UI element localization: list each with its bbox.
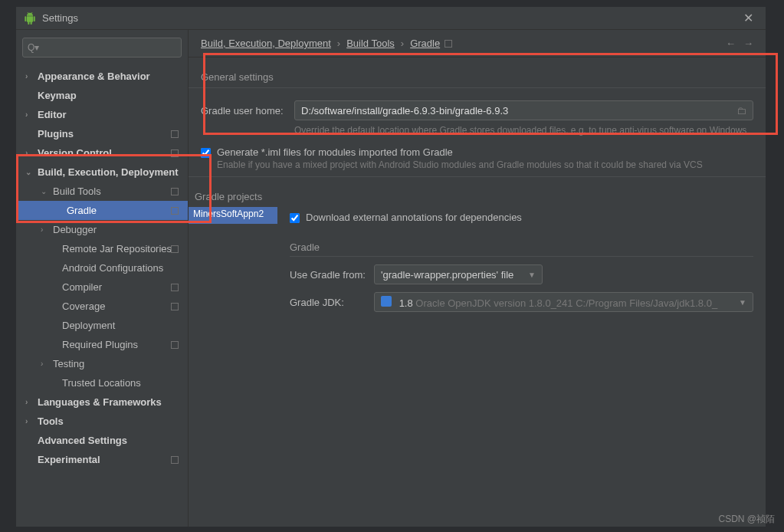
sidebar-item-label: Appearance & Behavior	[38, 71, 150, 82]
scope-badge	[171, 341, 179, 349]
sidebar-item-label: Testing	[53, 358, 84, 369]
sidebar-item[interactable]: Keymap	[16, 86, 188, 105]
sidebar-item[interactable]: Deployment	[16, 316, 188, 335]
sidebar-item-label: Remote Jar Repositories	[62, 243, 172, 255]
sidebar-item[interactable]: Gradle	[16, 201, 188, 220]
sidebar-item[interactable]: ›Appearance & Behavior	[16, 67, 188, 86]
window-title: Settings	[42, 12, 739, 24]
project-item[interactable]: MinersSoftAppn2	[189, 207, 277, 224]
gradle-user-home-value: D:/software/install/gradle-6.9.3-bin/gra…	[301, 105, 508, 117]
sidebar-item[interactable]: ›Languages & Frameworks	[16, 392, 188, 412]
folder-icon[interactable]: 🗀	[736, 105, 746, 117]
sidebar-item-label: Experimental	[38, 454, 100, 465]
breadcrumb: Build, Execution, Deployment › Build Too…	[189, 30, 766, 57]
project-list: MinersSoftAppn2	[189, 207, 277, 321]
sidebar-item-label: Debugger	[53, 224, 97, 235]
sidebar-item[interactable]: Remote Jar Repositories	[16, 239, 188, 258]
gradle-jdk-detail: Oracle OpenJDK version 1.8.0_241 C:/Prog…	[415, 297, 717, 309]
watermark: CSDN @祯陌	[718, 513, 775, 526]
gradle-user-home-input[interactable]: D:/software/install/gradle-6.9.3-bin/gra…	[294, 100, 753, 120]
chevron-right-icon: ›	[401, 38, 404, 49]
jdk-icon	[381, 296, 392, 307]
chevron-icon: ›	[25, 417, 28, 425]
breadcrumb-seg1[interactable]: Build, Execution, Deployment	[201, 38, 331, 49]
generate-iml-checkbox[interactable]	[201, 148, 211, 158]
chevron-icon: ›	[25, 72, 28, 80]
chevron-down-icon: ▼	[528, 271, 536, 279]
sidebar-item-label: Editor	[38, 109, 67, 120]
gradle-projects-header: Gradle projects	[189, 176, 766, 207]
sidebar-item[interactable]: Trusted Locations	[16, 373, 188, 392]
gradle-jdk-select[interactable]: 1.8 Oracle OpenJDK version 1.8.0_241 C:/…	[374, 292, 753, 312]
sidebar-item-label: Coverage	[62, 300, 105, 312]
sidebar-item[interactable]: Advanced Settings	[16, 431, 188, 450]
sidebar-item[interactable]: Experimental	[16, 450, 188, 469]
gradle-jdk-value: 1.8	[399, 297, 413, 309]
chevron-icon: ⌄	[25, 168, 31, 176]
download-annotations-label[interactable]: Download external annotations for depend…	[306, 212, 522, 223]
sidebar-item[interactable]: ⌄Build Tools	[16, 182, 188, 201]
breadcrumb-seg3[interactable]: Gradle	[410, 38, 440, 49]
scope-badge	[171, 149, 179, 157]
settings-window: Settings ✕ Q▾ ›Appearance & BehaviorKeym…	[15, 6, 766, 527]
sidebar-item[interactable]: Android Configurations	[16, 258, 188, 277]
sidebar-item[interactable]: ›Debugger	[16, 220, 188, 239]
scope-badge	[444, 40, 452, 48]
sidebar-item-label: Build Tools	[53, 186, 101, 197]
sidebar-item[interactable]: ›Testing	[16, 354, 188, 373]
sidebar-item-label: Build, Execution, Deployment	[38, 166, 178, 178]
chevron-icon: ›	[41, 225, 43, 234]
generate-iml-label[interactable]: Generate *.iml files for modules importe…	[217, 146, 703, 158]
search-input[interactable]: Q▾	[22, 38, 182, 57]
scope-badge	[171, 284, 179, 291]
download-annotations-checkbox[interactable]	[290, 213, 300, 223]
sidebar-item-label: Keymap	[38, 90, 77, 101]
gradle-user-home-hint: Override the default location where Grad…	[189, 123, 766, 143]
sidebar-item[interactable]: Compiler	[16, 277, 188, 297]
content: General settings Gradle user home: D:/so…	[189, 57, 766, 527]
sidebar-item-label: Android Configurations	[62, 262, 163, 274]
sidebar-item-label: Trusted Locations	[62, 377, 141, 389]
sidebar-item-label: Gradle	[67, 205, 97, 216]
sidebar-item-label: Advanced Settings	[38, 435, 127, 446]
chevron-icon: ›	[25, 398, 28, 406]
sidebar-item[interactable]: ›Tools	[16, 412, 188, 431]
chevron-right-icon: ›	[337, 38, 340, 49]
sidebar-item-label: Languages & Frameworks	[38, 396, 162, 408]
chevron-down-icon: ▼	[739, 298, 746, 307]
sidebar-item-label: Required Plugins	[62, 339, 138, 350]
scope-badge	[171, 188, 179, 195]
sidebar-item[interactable]: Required Plugins	[16, 335, 188, 354]
gradle-subheader: Gradle	[290, 241, 753, 257]
scope-badge	[171, 456, 179, 464]
sidebar-item[interactable]: ›Editor	[16, 105, 188, 124]
use-gradle-from-value: 'gradle-wrapper.properties' file	[381, 269, 513, 281]
sidebar: Q▾ ›Appearance & BehaviorKeymap›EditorPl…	[16, 30, 189, 527]
android-icon	[24, 12, 36, 25]
use-gradle-from-select[interactable]: 'gradle-wrapper.properties' file ▼	[374, 264, 543, 284]
sidebar-item-label: Deployment	[62, 320, 115, 331]
close-icon[interactable]: ✕	[739, 11, 758, 25]
sidebar-item-label: Tools	[38, 415, 64, 427]
sidebar-item[interactable]: Coverage	[16, 297, 188, 316]
search-icon: Q▾	[28, 42, 39, 53]
general-settings-header: General settings	[189, 67, 766, 88]
nav-back-icon[interactable]: ←	[726, 38, 736, 49]
scope-badge	[171, 130, 179, 138]
scope-badge	[171, 207, 179, 215]
use-gradle-from-label: Use Gradle from:	[290, 269, 374, 281]
gradle-jdk-label: Gradle JDK:	[290, 297, 374, 308]
main-panel: Build, Execution, Deployment › Build Too…	[189, 30, 766, 527]
chevron-icon: ›	[25, 149, 28, 157]
sidebar-item[interactable]: ⌄Build, Execution, Deployment	[16, 163, 188, 182]
sidebar-item[interactable]: Plugins	[16, 124, 188, 143]
breadcrumb-seg2[interactable]: Build Tools	[346, 38, 395, 49]
sidebar-item[interactable]: ›Version Control	[16, 143, 188, 163]
sidebar-item-label: Plugins	[38, 128, 74, 140]
nav-forward-icon[interactable]: →	[743, 38, 753, 49]
settings-tree: ›Appearance & BehaviorKeymap›EditorPlugi…	[16, 64, 188, 527]
scope-badge	[171, 245, 179, 253]
window-body: Q▾ ›Appearance & BehaviorKeymap›EditorPl…	[16, 30, 766, 527]
scope-badge	[171, 303, 179, 310]
chevron-icon: ⌄	[41, 187, 47, 195]
